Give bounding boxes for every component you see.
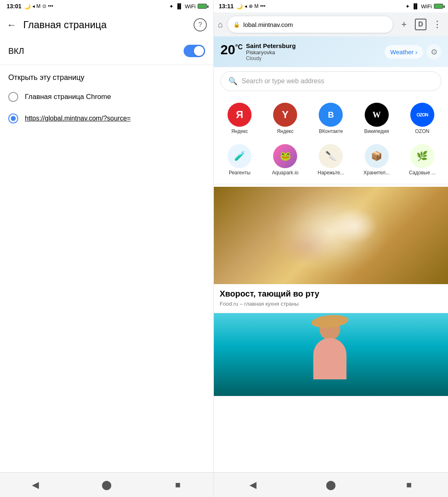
signal-icon: ▐▌ — [176, 3, 183, 9]
left-time: 13:01 — [7, 3, 22, 10]
toggle-row: ВКЛ — [0, 37, 213, 65]
narezh-icon: 🔪 — [319, 144, 343, 168]
open-page-section-title: Открыть эту страницу — [0, 65, 213, 86]
narezh-label: Нарежьте... — [318, 170, 344, 176]
toggle-label: ВКЛ — [8, 46, 184, 56]
radio-chrome-label: Главная страница Chrome — [25, 93, 111, 101]
reagenty-label: Реагенты — [229, 170, 250, 176]
right-nav-icon: ◂ — [245, 3, 247, 9]
yandex2-label: Яндекс — [277, 128, 293, 134]
wiki-label: Википедия — [364, 128, 389, 134]
news-image-1 — [214, 187, 448, 284]
browser-menu-button[interactable]: ⋮ — [431, 19, 444, 30]
quick-link-narezh[interactable]: 🔪 Нарежьте... — [312, 142, 349, 178]
quick-link-yandex1[interactable]: Я Яндекс — [221, 100, 258, 137]
weather-widget[interactable]: 20°C Saint Petersburg Piskaryovka Cloudy… — [214, 36, 448, 67]
weather-settings-button[interactable]: ⊙ — [426, 44, 441, 59]
weather-condition: Cloudy — [246, 55, 296, 61]
radio-custom-url[interactable]: https://global.mintnav.com/?source= — [0, 108, 213, 129]
search-icon: 🔍 — [228, 77, 237, 86]
browser-home-button[interactable]: ⌂ — [218, 20, 223, 29]
ozon-label: OZON — [415, 128, 430, 134]
help-button[interactable]: ? — [194, 18, 207, 31]
page-search-container: 🔍 Search or type web address — [214, 67, 448, 95]
yandex1-icon: Я — [228, 103, 252, 127]
right-signal-icon: ▐▌ — [412, 3, 419, 9]
weather-info-left: 20°C Saint Petersburg Piskaryovka Cloudy — [220, 42, 296, 61]
quick-link-sadovye[interactable]: 🌿 Садовые ... — [404, 142, 441, 178]
left-more-icon: ••• — [48, 3, 53, 9]
left-status-icons: ✦ ▐▌ WiFi — [169, 3, 207, 10]
weather-district: Piskaryovka — [246, 49, 296, 55]
news-card-2[interactable] — [214, 313, 448, 396]
hrani-icon: 📦 — [365, 144, 389, 168]
left-moon-icon: 🌙 — [24, 3, 31, 10]
hrani-label: Хранител... — [363, 170, 390, 176]
back-button[interactable]: ← — [7, 19, 17, 31]
radio-circle-custom[interactable] — [8, 113, 18, 123]
radio-circle-chrome[interactable] — [8, 92, 18, 102]
left-nav-icon: ◂ — [32, 3, 35, 9]
news-title-1: Хворост, тающий во рту — [214, 284, 448, 301]
left-recents-nav-button[interactable]: ■ — [167, 475, 188, 495]
left-nav-bar: ◀ ⬤ ■ — [0, 472, 213, 497]
battery-icon — [198, 4, 207, 9]
news-card-1[interactable]: Хворост, тающий во рту Food.ru – главная… — [214, 187, 448, 313]
tab-switcher-button[interactable]: D — [415, 19, 426, 30]
browser-content: 20°C Saint Petersburg Piskaryovka Cloudy… — [214, 36, 448, 472]
lock-icon: 🔒 — [233, 22, 240, 28]
homepage-toggle[interactable] — [184, 45, 205, 57]
yandex2-icon: Y — [273, 103, 297, 127]
bluetooth-icon: ✦ — [169, 3, 174, 10]
quick-links-grid-2: 🧪 Реагенты 🐸 Aquapark.io 🔪 — [217, 140, 445, 180]
left-gmail-icon: M — [36, 3, 41, 9]
right-recents-nav-button[interactable]: ■ — [399, 475, 419, 495]
quick-link-yandex2[interactable]: Y Яндекс — [266, 100, 304, 137]
sadovye-label: Садовые ... — [409, 170, 436, 176]
quick-link-wiki[interactable]: W Википедия — [358, 100, 395, 137]
right-gmail-icon: M — [254, 3, 259, 9]
settings-header: ← Главная страница ? — [0, 12, 213, 37]
aquapark-icon: 🐸 — [273, 144, 297, 168]
settings-page-title: Главная страница — [23, 19, 187, 31]
person-body — [313, 338, 346, 379]
address-bar[interactable]: 🔒 lobal.mintnav.com — [227, 16, 393, 33]
weather-city: Saint Petersburg — [246, 42, 296, 49]
yandex1-label: Яндекс — [231, 128, 248, 134]
beach-person-silhouette — [303, 319, 357, 396]
radio-chrome-homepage[interactable]: Главная страница Chrome — [0, 86, 213, 108]
right-time: 13:11 — [219, 3, 234, 10]
right-whatsapp-icon: ⊛ — [249, 3, 253, 9]
new-tab-button[interactable]: + — [397, 19, 411, 30]
page-search-bar[interactable]: 🔍 Search or type web address — [220, 71, 441, 91]
news-image-2 — [214, 313, 448, 396]
right-status-bar: 13:11 🌙 ◂ ⊛ M ••• ✦ ▐▌ WiFi — [214, 0, 448, 12]
quick-link-hrani[interactable]: 📦 Хранител... — [358, 142, 395, 178]
left-back-nav-button[interactable]: ◀ — [25, 475, 46, 495]
right-home-nav-button[interactable]: ⬤ — [320, 475, 341, 495]
quick-links-grid-1: Я Яндекс Y Яндекс В ВКонтакте W Википеди… — [217, 99, 445, 138]
food-powder-overlay — [214, 187, 448, 284]
reagenty-icon: 🧪 — [228, 144, 252, 168]
weather-details: Saint Petersburg Piskaryovka Cloudy — [246, 42, 296, 61]
quick-link-reagenty[interactable]: 🧪 Реагенты — [221, 142, 258, 178]
right-back-nav-button[interactable]: ◀ — [242, 475, 263, 495]
weather-button[interactable]: Weather › — [385, 45, 423, 59]
section-divider — [214, 184, 448, 184]
left-home-nav-button[interactable]: ⬤ — [96, 475, 117, 495]
wiki-icon: W — [365, 103, 389, 127]
news-source-1: Food.ru – главная кухня страны — [214, 301, 448, 313]
wifi-icon: WiFi — [185, 3, 196, 10]
search-placeholder-text: Search or type web address — [242, 77, 324, 85]
quick-link-vk[interactable]: В ВКонтакте — [312, 100, 349, 137]
right-status-icons: ✦ ▐▌ WiFi — [405, 3, 443, 10]
quick-link-aquapark[interactable]: 🐸 Aquapark.io — [266, 142, 304, 178]
quick-link-ozon[interactable]: OZON OZON — [404, 100, 441, 137]
left-spacer — [0, 129, 213, 472]
right-moon-icon: 🌙 — [236, 3, 243, 10]
right-bluetooth-icon: ✦ — [405, 3, 410, 10]
browser-toolbar: ⌂ 🔒 lobal.mintnav.com + D ⋮ — [214, 12, 448, 36]
url-text: lobal.mintnav.com — [243, 21, 387, 28]
right-battery-icon — [434, 4, 443, 9]
quick-links-row1: Я Яндекс Y Яндекс В ВКонтакте W Википеди… — [214, 95, 448, 181]
